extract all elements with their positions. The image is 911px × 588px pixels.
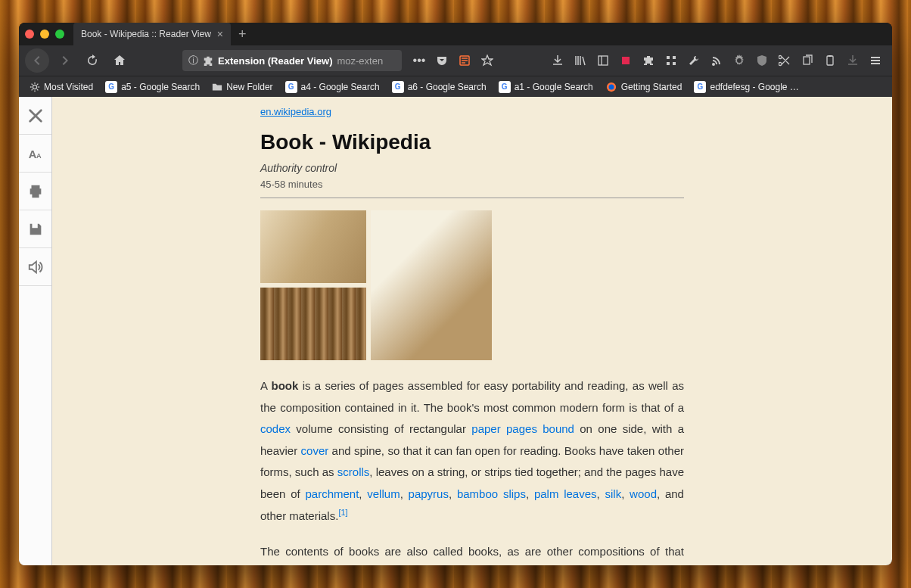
titlebar: Book - Wikipedia :: Reader View × + [19,23,892,45]
devtools-button[interactable] [683,49,704,72]
bookmark-folder[interactable]: New Folder [207,79,277,95]
back-button[interactable] [25,48,49,73]
svg-rect-7 [804,57,810,64]
google-icon: G [392,81,404,93]
bookmark-a5[interactable]: G a5 - Google Search [101,79,204,95]
url-bar[interactable]: ⓘ Extension (Reader View) moz-exten [182,50,402,71]
link-palm-leaves[interactable]: palm leaves [534,487,597,500]
bookmark-getting-started[interactable]: Getting Started [601,79,687,95]
copy-icon [801,54,813,67]
shield-icon [756,54,768,67]
narrate-button[interactable] [19,248,51,286]
new-tab-button[interactable]: + [231,23,254,45]
tab-close-icon[interactable]: × [217,28,223,40]
reload-button[interactable] [81,49,104,72]
menu-button[interactable] [865,49,886,72]
bookmark-button[interactable] [477,49,497,72]
bookmark-edfdefesg[interactable]: G edfdefesg - Google … [689,79,803,95]
reader-mode-button[interactable] [455,49,474,72]
domain-link[interactable]: en.wikipedia.org [260,106,331,117]
navbar: ⓘ Extension (Reader View) moz-exten ••• [19,45,892,76]
page-action-menu[interactable]: ••• [409,49,429,72]
addons-button[interactable] [638,49,659,72]
bookmark-label: a1 - Google Search [515,82,593,92]
sidebar-toggle-button[interactable] [592,49,614,72]
link-bound[interactable]: bound [543,422,574,435]
downloads-button[interactable] [547,49,568,72]
ublock-button[interactable] [751,49,773,72]
bookmark-most-visited[interactable]: Most Visited [25,79,98,95]
maximize-window-button[interactable] [55,30,64,39]
type-icon: AA [27,145,44,162]
addon-button-1[interactable] [615,49,636,72]
copy-button[interactable] [797,49,818,72]
library-button[interactable] [570,49,591,72]
download2-button[interactable] [842,49,863,72]
close-icon [27,107,44,124]
feed-button[interactable] [706,49,727,72]
folder-icon [212,82,222,92]
settings-button[interactable] [729,49,750,72]
rss-icon [710,54,723,67]
scissors-icon [779,54,791,67]
article-subtitle: Authority control [260,162,684,174]
reference-1[interactable]: [1] [338,508,347,517]
svg-point-12 [608,84,614,89]
pocket-button[interactable] [432,49,452,72]
link-pages[interactable]: pages [506,422,537,435]
bookmark-label: New Folder [226,82,272,92]
google-icon: G [105,81,117,93]
minimize-window-button[interactable] [40,30,49,39]
scissors-button[interactable] [774,49,795,72]
divider [260,198,684,198]
content-area: AA en.wikipedia.org Book - Wikipedia Aut… [19,97,892,565]
link-wood[interactable]: wood [630,487,657,500]
bookmark-label: a4 - Google Search [301,82,380,92]
link-papyrus[interactable]: papyrus [409,487,449,500]
svg-rect-1 [599,56,608,65]
dots-icon: ••• [413,54,426,67]
print-icon [27,183,44,200]
google-icon: G [285,81,297,93]
google-icon: G [694,81,706,93]
link-codex[interactable]: codex [260,422,291,435]
svg-rect-6 [673,62,676,65]
reader-content[interactable]: en.wikipedia.org Book - Wikipedia Author… [52,97,892,565]
addon-button-2[interactable] [661,49,682,72]
url-preview: moz-exten [337,55,383,67]
download2-icon [847,54,859,67]
bookmark-label: edfdefesg - Google … [710,82,798,92]
arrow-left-icon [31,54,43,67]
clipboard-button[interactable] [819,49,841,72]
link-parchment[interactable]: parchment [305,487,359,500]
close-reader-button[interactable] [19,97,51,135]
wrench-icon [688,54,700,67]
link-bamboo-slips[interactable]: bamboo slips [457,487,526,500]
close-window-button[interactable] [25,30,34,39]
link-silk[interactable]: silk [605,487,621,500]
browser-window: Book - Wikipedia :: Reader View × + ⓘ Ex… [19,23,892,565]
type-controls-button[interactable]: AA [19,135,51,173]
square-icon [620,54,632,67]
link-scrolls[interactable]: scrolls [337,465,370,478]
svg-rect-2 [622,57,630,64]
print-button[interactable] [19,173,51,210]
firefox-icon [605,81,617,93]
forward-button[interactable] [54,49,76,72]
download-icon [552,54,564,67]
svg-text:A: A [36,151,41,159]
bookmark-a4[interactable]: G a4 - Google Search [281,79,384,95]
bookmark-a6[interactable]: G a6 - Google Search [387,79,491,95]
google-icon: G [499,81,511,93]
link-vellum[interactable]: vellum [367,487,400,500]
link-cover[interactable]: cover [301,444,329,457]
bookmark-a1[interactable]: G a1 - Google Search [494,79,598,95]
home-button[interactable] [108,49,131,72]
home-icon [113,54,126,67]
tab-active[interactable]: Book - Wikipedia :: Reader View × [73,23,231,45]
article-images [260,210,684,360]
extension-icon [203,55,213,66]
link-paper[interactable]: paper [471,422,500,435]
reload-icon [86,54,98,67]
save-button[interactable] [19,210,51,248]
